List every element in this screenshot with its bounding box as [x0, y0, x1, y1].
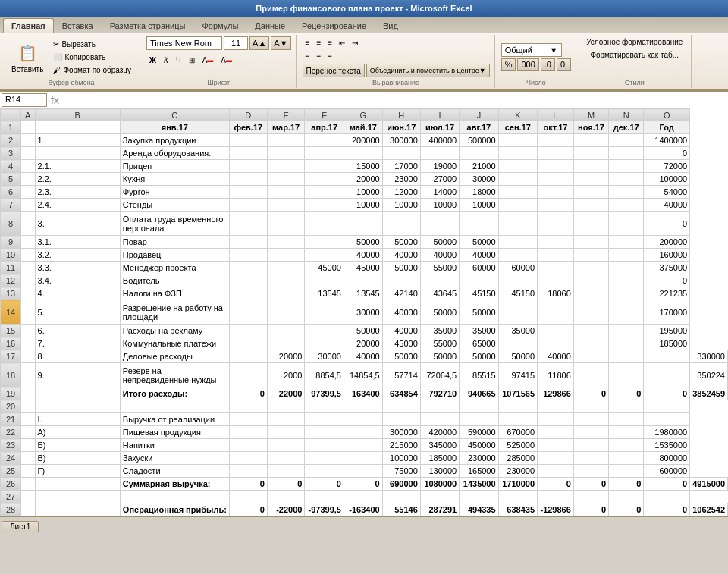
cell-13-12[interactable] — [573, 287, 608, 300]
cell-26-9[interactable]: 1435000 — [460, 478, 498, 491]
paste-button[interactable]: 📋 Вставить — [8, 39, 47, 76]
fill-color-button[interactable]: A▬ — [199, 54, 217, 66]
cell-11-9[interactable]: 60000 — [460, 262, 498, 274]
cell-17-13[interactable] — [609, 350, 644, 363]
tab-data[interactable]: Данные — [246, 18, 293, 33]
cell-11-7[interactable]: 50000 — [382, 262, 420, 274]
cell-26-10[interactable]: 1710000 — [498, 478, 537, 491]
cell-24-13[interactable] — [609, 452, 644, 465]
cell-26-5[interactable]: 0 — [305, 478, 344, 491]
cell-15-3[interactable] — [229, 325, 267, 337]
bold-button[interactable]: Ж — [146, 54, 159, 66]
cell-12-7[interactable] — [382, 274, 420, 287]
cell-17-1[interactable]: 8. — [35, 350, 120, 363]
cell-3-14[interactable]: 0 — [644, 147, 690, 160]
cell-5-9[interactable]: 30000 — [460, 173, 498, 186]
cell-23-2[interactable]: Напитки — [120, 439, 229, 452]
cell-7-7[interactable]: 10000 — [382, 199, 420, 212]
cell-16-7[interactable]: 45000 — [382, 337, 420, 350]
cell-19-15[interactable]: 3852459 — [690, 387, 728, 400]
cell-24-5[interactable] — [305, 452, 344, 465]
cell-11-11[interactable] — [538, 262, 574, 274]
cell-13-13[interactable] — [609, 287, 644, 300]
cell-3-3[interactable] — [229, 147, 267, 160]
row-header-12[interactable]: 12 — [1, 274, 21, 287]
cell-24-10[interactable]: 285000 — [498, 452, 537, 465]
cell-19-12[interactable]: 0 — [573, 387, 608, 400]
cell-22-7[interactable]: 300000 — [382, 426, 420, 439]
comma-style-button[interactable]: 000 — [517, 58, 538, 71]
cell-28-3[interactable]: 0 — [229, 503, 267, 516]
cell-8-12[interactable] — [573, 212, 608, 236]
cell-15-1[interactable]: 6. — [35, 325, 120, 337]
cell-13-8[interactable]: 43645 — [420, 287, 459, 300]
cell-3-5[interactable] — [305, 147, 344, 160]
cell-28-14[interactable]: 0 — [644, 503, 690, 516]
cell-3-4[interactable] — [267, 147, 305, 160]
cell-25-10[interactable]: 230000 — [498, 465, 537, 478]
cell-24-7[interactable]: 100000 — [382, 452, 420, 465]
cell-17-7[interactable]: 50000 — [382, 350, 420, 363]
cell-6-13[interactable] — [609, 186, 644, 199]
cell-25-3[interactable] — [229, 465, 267, 478]
cell-6-2[interactable]: Фургон — [120, 186, 229, 199]
cell-7-6[interactable]: 10000 — [344, 199, 382, 212]
cell-10-0[interactable] — [21, 249, 35, 262]
cell-1-5[interactable]: апр.17 — [305, 121, 344, 134]
cell-21-5[interactable] — [305, 413, 344, 426]
cell-12-6[interactable] — [344, 274, 382, 287]
cell-7-1[interactable]: 2.4. — [35, 199, 120, 212]
cell-19-5[interactable]: 97399,5 — [305, 387, 344, 400]
cell-19-8[interactable]: 792710 — [420, 387, 459, 400]
cell-10-14[interactable]: 160000 — [644, 249, 690, 262]
cell-27-12[interactable] — [573, 491, 608, 503]
cell-22-14[interactable]: 1980000 — [644, 426, 690, 439]
cell-9-2[interactable]: Повар — [120, 236, 229, 249]
cell-18-8[interactable]: 72064,5 — [420, 363, 459, 387]
cell-5-3[interactable] — [229, 173, 267, 186]
align-right-button[interactable]: ≡ — [325, 50, 335, 62]
cell-14-1[interactable]: 5. — [35, 300, 120, 325]
row-header-21[interactable]: 21 — [1, 413, 21, 426]
cell-27-5[interactable] — [305, 491, 344, 503]
cell-23-10[interactable]: 525000 — [498, 439, 537, 452]
cell-23-0[interactable] — [21, 439, 35, 452]
cell-26-7[interactable]: 690000 — [382, 478, 420, 491]
cell-28-2[interactable]: Операционная прибыль: — [120, 503, 229, 516]
cell-4-8[interactable]: 19000 — [420, 160, 459, 173]
cell-14-6[interactable]: 30000 — [344, 300, 382, 325]
cell-12-3[interactable] — [229, 274, 267, 287]
cell-27-6[interactable] — [344, 491, 382, 503]
cell-9-11[interactable] — [538, 236, 574, 249]
col-header-e[interactable]: E — [267, 109, 305, 121]
cell-28-13[interactable]: 0 — [609, 503, 644, 516]
cell-21-13[interactable] — [609, 413, 644, 426]
increase-decimal-button[interactable]: .0 — [541, 58, 555, 71]
cell-17-10[interactable]: 50000 — [498, 350, 537, 363]
cell-21-0[interactable] — [21, 413, 35, 426]
cell-7-0[interactable] — [21, 199, 35, 212]
cell-4-12[interactable] — [573, 160, 608, 173]
cell-23-14[interactable]: 1535000 — [644, 439, 690, 452]
cell-10-8[interactable]: 40000 — [420, 249, 459, 262]
cell-1-14[interactable]: Год — [644, 121, 690, 134]
row-header-8[interactable]: 8 — [1, 212, 21, 236]
cell-3-2[interactable]: Аренда оборудования: — [120, 147, 229, 160]
cell-25-5[interactable] — [305, 465, 344, 478]
cell-9-3[interactable] — [229, 236, 267, 249]
row-header-11[interactable]: 11 — [1, 262, 21, 274]
cell-26-12[interactable]: 0 — [573, 478, 608, 491]
cell-14-5[interactable] — [305, 300, 344, 325]
cell-24-8[interactable]: 185000 — [420, 452, 459, 465]
cell-24-2[interactable]: Закуски — [120, 452, 229, 465]
cell-5-14[interactable]: 100000 — [644, 173, 690, 186]
cell-17-4[interactable]: 20000 — [267, 350, 305, 363]
cell-5-13[interactable] — [609, 173, 644, 186]
cell-9-0[interactable] — [21, 236, 35, 249]
cell-2-1[interactable]: 1. — [35, 134, 120, 147]
cell-11-8[interactable]: 55000 — [420, 262, 459, 274]
row-header-20[interactable]: 20 — [1, 400, 21, 413]
sheet-tab-1[interactable]: Лист1 — [2, 521, 39, 532]
cell-9-5[interactable] — [305, 236, 344, 249]
cell-12-5[interactable] — [305, 274, 344, 287]
